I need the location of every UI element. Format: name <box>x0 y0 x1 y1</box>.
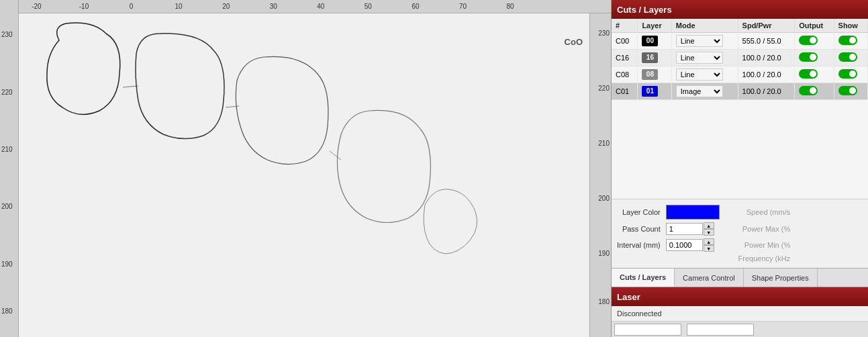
pass-count-down[interactable]: ▼ <box>704 229 714 236</box>
pass-count-up[interactable]: ▲ <box>704 222 714 229</box>
layer-color-swatch[interactable] <box>666 205 720 220</box>
cell-mode[interactable]: LineFillImageOffset Fill <box>671 83 738 100</box>
cell-layer: 08 <box>638 66 671 83</box>
frequency-label: Frequency (kHz <box>738 254 791 262</box>
ruler-tick: 50 <box>365 3 372 10</box>
output-toggle[interactable] <box>799 36 818 45</box>
ruler-left: 230 220 210 200 190 180 <box>0 0 19 337</box>
table-row[interactable]: C0808LineFillImageOffset Fill100.0 / 20.… <box>612 66 868 83</box>
cell-spdpwr: 100.0 / 20.0 <box>738 50 795 66</box>
lens-shape-4 <box>337 110 430 222</box>
lens-shape-1 <box>47 23 120 114</box>
table-row[interactable]: C0101LineFillImageOffset Fill100.0 / 20.… <box>612 83 868 100</box>
ruler-tick: 80 <box>506 3 514 10</box>
ruler-tick: 40 <box>317 3 324 10</box>
ruler-tick: 10 <box>175 3 183 10</box>
tab-camera-control[interactable]: Camera Control <box>675 269 744 287</box>
interval-label: Interval (mm) <box>617 241 661 249</box>
cell-mode[interactable]: LineFillImageOffset Fill <box>671 50 738 66</box>
cell-layer: 00 <box>638 33 671 50</box>
bottom-tabs: Cuts / Layers Camera Control Shape Prope… <box>612 268 868 287</box>
col-header-spdpwr: Spd/Pwr <box>738 19 795 33</box>
interval-spinner[interactable]: 0.1000 ▲ ▼ <box>666 238 733 252</box>
mode-select[interactable]: LineFillImageOffset Fill <box>676 52 723 64</box>
col-header-mode: Mode <box>671 19 738 33</box>
cell-num: C16 <box>612 50 638 66</box>
mode-select[interactable]: LineFillImageOffset Fill <box>676 85 723 97</box>
output-toggle[interactable] <box>799 86 818 95</box>
laser-header: Laser <box>612 287 868 306</box>
show-toggle[interactable] <box>838 69 857 79</box>
show-toggle[interactable] <box>838 52 857 62</box>
ruler-tick: 70 <box>459 3 467 10</box>
cell-show[interactable] <box>834 33 867 50</box>
ruler-tick: 30 <box>270 3 277 10</box>
canvas-work[interactable]: 230 220 210 200 190 180 CoO <box>19 13 611 337</box>
cuts-layers-header: Cuts / Layers <box>612 0 868 19</box>
pass-count-label: Pass Count <box>617 225 661 233</box>
power-max-label: Power Max (% <box>738 225 791 233</box>
table-header-row: # Layer Mode Spd/Pwr Output Show <box>612 19 868 33</box>
layer-color-label: Layer Color <box>617 208 661 216</box>
cuts-layers-section: Cuts / Layers # Layer Mode Spd/Pwr Outpu… <box>612 0 868 268</box>
cell-spdpwr: 100.0 / 20.0 <box>738 66 795 83</box>
cell-num: C08 <box>612 66 638 83</box>
laser-input-1[interactable] <box>614 324 681 336</box>
col-header-output: Output <box>795 19 834 33</box>
ruler-tick: 0 <box>130 3 134 10</box>
show-toggle[interactable] <box>838 36 857 45</box>
table-row[interactable]: C1616LineFillImageOffset Fill100.0 / 20.… <box>612 50 868 66</box>
cell-output[interactable] <box>795 33 834 50</box>
cuts-table-container[interactable]: # Layer Mode Spd/Pwr Output Show C0000Li… <box>612 19 868 199</box>
ruler-top: -20 -10 0 10 20 30 40 50 60 70 80 <box>0 0 611 13</box>
table-row[interactable]: C0000LineFillImageOffset Fill555.0 / 55.… <box>612 33 868 50</box>
cell-output[interactable] <box>795 50 834 66</box>
show-toggle[interactable] <box>838 86 857 95</box>
ruler-tick: 60 <box>412 3 419 10</box>
pass-count-input[interactable]: 1 <box>666 223 703 235</box>
bridge-line-2 <box>226 106 239 107</box>
bridge-line-3 <box>330 151 341 160</box>
laser-input-2[interactable] <box>687 324 754 336</box>
laser-section: Laser Disconnected <box>612 287 868 337</box>
tab-shape-properties[interactable]: Shape Properties <box>744 269 818 287</box>
cuts-table: # Layer Mode Spd/Pwr Output Show C0000Li… <box>612 19 868 100</box>
cell-mode[interactable]: LineFillImageOffset Fill <box>671 66 738 83</box>
col-header-show: Show <box>834 19 867 33</box>
lens-shape-2 <box>136 34 224 139</box>
drawing-canvas[interactable] <box>19 13 589 337</box>
cell-show[interactable] <box>834 66 867 83</box>
laser-status: Disconnected <box>612 306 868 321</box>
cell-output[interactable] <box>795 66 834 83</box>
cell-layer: 01 <box>638 83 671 100</box>
cell-spdpwr: 100.0 / 20.0 <box>738 83 795 100</box>
mode-select[interactable]: LineFillImageOffset Fill <box>676 35 723 47</box>
ruler-tick: -20 <box>32 3 41 10</box>
cell-spdpwr: 555.0 / 55.0 <box>738 33 795 50</box>
mode-select[interactable]: LineFillImageOffset Fill <box>676 68 723 81</box>
laser-bottom <box>612 321 868 337</box>
interval-input[interactable]: 0.1000 <box>666 239 703 251</box>
ruler-tick: -10 <box>79 3 89 10</box>
lens-shape-5 <box>424 189 477 254</box>
interval-up[interactable]: ▲ <box>704 238 714 245</box>
power-min-label: Power Min (% <box>738 241 791 249</box>
cell-num: C00 <box>612 33 638 50</box>
tab-cuts-layers[interactable]: Cuts / Layers <box>612 269 675 287</box>
cell-mode[interactable]: LineFillImageOffset Fill <box>671 33 738 50</box>
cell-show[interactable] <box>834 50 867 66</box>
cell-show[interactable] <box>834 83 867 100</box>
speed-label: Speed (mm/s <box>738 208 791 216</box>
lens-shape-3 <box>236 56 328 164</box>
ruler-tick: 20 <box>222 3 230 10</box>
pass-count-spinner[interactable]: 1 ▲ ▼ <box>666 222 733 236</box>
col-header-layer: Layer <box>638 19 671 33</box>
canvas-area[interactable]: -20 -10 0 10 20 30 40 50 60 70 80 230 22… <box>0 0 611 337</box>
output-toggle[interactable] <box>799 69 818 79</box>
cell-output[interactable] <box>795 83 834 100</box>
right-panel: Cuts / Layers # Layer Mode Spd/Pwr Outpu… <box>611 0 868 337</box>
output-toggle[interactable] <box>799 52 818 62</box>
cell-num: C01 <box>612 83 638 100</box>
interval-down[interactable]: ▼ <box>704 245 714 252</box>
col-header-num: # <box>612 19 638 33</box>
